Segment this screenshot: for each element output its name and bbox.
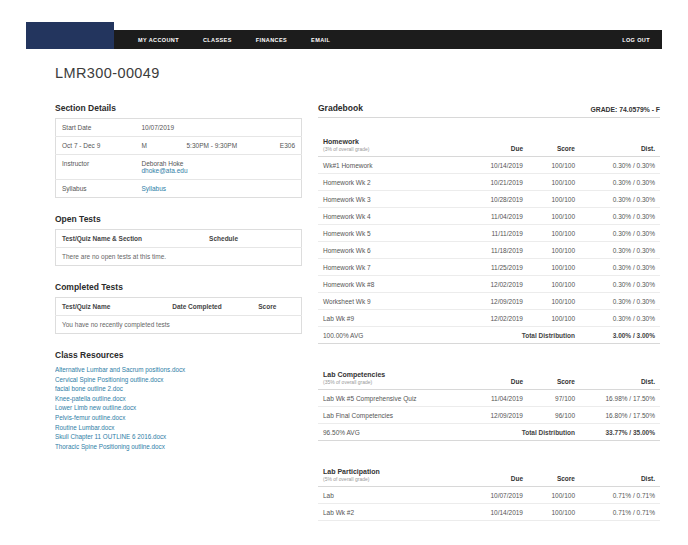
category-cell: Lab Competencies (35% of overall grade) [318, 366, 466, 390]
resource-link[interactable]: Thoracic Spine Positioning outline.docx [55, 442, 302, 452]
column-due: Due [466, 366, 528, 390]
table-row: Oct 7 - Dec 9 M 5:30PM - 9:30PM E306 [56, 137, 302, 155]
gradebook-row: Homework Wk 5 11/11/2019 100/100 0.30% /… [318, 225, 660, 242]
table-header-row: Homework (3% of overall grade) Due Score… [318, 133, 660, 157]
assignment-name: Homework Wk 5 [318, 225, 466, 242]
category-subtitle: (35% of overall grade) [323, 379, 461, 385]
assignment-score: 100/100 [528, 191, 580, 208]
resource-link[interactable]: Cervical Spine Positioning outline.docx [55, 375, 302, 385]
left-column: Section Details Start Date 10/07/2019 Oc… [55, 103, 302, 521]
nav-item[interactable]: FINANCES [256, 37, 287, 43]
syllabus-label: Syllabus [56, 180, 136, 198]
assignment-dist: 0.30% / 0.30% [580, 310, 660, 327]
instructor-email-link[interactable]: dhoke@ata.edu [142, 167, 188, 174]
logout-link[interactable]: LOG OUT [622, 37, 650, 43]
assignment-dist: 0.30% / 0.30% [580, 174, 660, 191]
open-tests-empty-message: There are no open tests at this time. [56, 248, 302, 266]
resource-link[interactable]: Lower Limb new outline.docx [55, 403, 302, 413]
section-details-heading: Section Details [55, 103, 302, 113]
assignment-due: 10/14/2019 [466, 504, 528, 521]
column-score: Score [528, 133, 580, 157]
resource-link[interactable]: facial bone outline 2.doc [55, 384, 302, 394]
completed-tests: Completed Tests Test/Quiz Name Date Comp… [55, 282, 302, 334]
assignment-dist: 0.30% / 0.30% [580, 191, 660, 208]
assignment-name: Homework Wk 2 [318, 174, 466, 191]
completed-tests-empty-message: You have no recently completed tests [56, 316, 302, 334]
gradebook-row: Homework Wk 4 11/04/2019 100/100 0.30% /… [318, 208, 660, 225]
assignment-due: 12/09/2019 [466, 293, 528, 310]
gradebook-row: Worksheet Wk 9 12/09/2019 100/100 0.30% … [318, 293, 660, 310]
gradebook-table-lab-participation: Lab Participation (5% of overall grade) … [318, 463, 660, 521]
resource-link[interactable]: Alternative Lumbar and Sacrum positions.… [55, 365, 302, 375]
school-logo[interactable] [26, 22, 114, 49]
gradebook-row: Lab 10/07/2019 100/100 0.71% / 0.71% [318, 487, 660, 504]
gradebook-row: Lab Wk #9 12/02/2019 100/100 0.30% / 0.3… [318, 310, 660, 327]
category-subtitle: (3% of overall grade) [323, 146, 461, 152]
page-title: LMR300-00049 [55, 65, 660, 81]
assignment-dist: 0.30% / 0.30% [580, 157, 660, 174]
table-row: You have no recently completed tests [56, 316, 302, 334]
completed-tests-heading: Completed Tests [55, 282, 302, 292]
assignment-due: 10/21/2019 [466, 174, 528, 191]
open-tests: Open Tests Test/Quiz Name & Section Sche… [55, 214, 302, 266]
gradebook-row: Lab Wk #2 10/14/2019 100/100 0.71% / 0.7… [318, 504, 660, 521]
schedule-day: M [136, 137, 181, 155]
assignment-due: 12/09/2019 [466, 407, 528, 424]
column-dist: Dist. [580, 463, 660, 487]
assignment-score: 100/100 [528, 504, 580, 521]
assignment-due: 10/07/2019 [466, 487, 528, 504]
table-row: Syllabus Syllabus [56, 180, 302, 198]
main-content: LMR300-00049 Section Details Start Date … [0, 49, 688, 521]
assignment-score: 100/100 [528, 225, 580, 242]
total-distribution-value: 3.00% / 3.00% [580, 327, 660, 344]
assignment-dist: 0.71% / 0.71% [580, 504, 660, 521]
assignment-due: 10/14/2019 [466, 157, 528, 174]
gradebook-header: Gradebook GRADE: 74.0579% - F [318, 103, 660, 118]
assignment-name: Worksheet Wk 9 [318, 293, 466, 310]
section-details-table: Start Date 10/07/2019 Oct 7 - Dec 9 M 5:… [55, 118, 302, 198]
syllabus-cell: Syllabus [136, 180, 302, 198]
column-score: Score [252, 298, 301, 316]
assignment-score: 97/100 [528, 390, 580, 407]
nav-item[interactable]: EMAIL [311, 37, 330, 43]
assignment-name: Lab Final Competencies [318, 407, 466, 424]
class-resources-heading: Class Resources [55, 350, 302, 360]
instructor-name: Deborah Hoke [142, 160, 296, 167]
nav-item[interactable]: CLASSES [203, 37, 232, 43]
syllabus-link[interactable]: Syllabus [142, 185, 167, 192]
category-subtitle: (5% of overall grade) [323, 476, 461, 482]
gradebook-row: Homework Wk 2 10/21/2019 100/100 0.30% /… [318, 174, 660, 191]
assignment-name: Homework Wk 6 [318, 242, 466, 259]
instructor-label: Instructor [56, 155, 136, 180]
schedule-room: E306 [263, 137, 302, 155]
gradebook-heading: Gradebook [318, 103, 363, 113]
assignment-name: Homework Wk 7 [318, 259, 466, 276]
category-total-row: 96.50% AVG Total Distribution 33.77% / 3… [318, 424, 660, 441]
assignment-dist: 0.30% / 0.30% [580, 225, 660, 242]
gradebook-table-lab-competencies: Lab Competencies (35% of overall grade) … [318, 366, 660, 441]
assignment-dist: 16.80% / 17.50% [580, 407, 660, 424]
assignment-dist: 0.30% / 0.30% [580, 276, 660, 293]
resource-link[interactable]: Pelvis-femur outline.docx [55, 413, 302, 423]
resource-link[interactable]: Knee-patella outline.docx [55, 394, 302, 404]
assignment-name: Lab [318, 487, 466, 504]
resource-link[interactable]: Routine Lumbar.docx [55, 423, 302, 433]
assignment-score: 100/100 [528, 174, 580, 191]
assignment-dist: 16.98% / 17.50% [580, 390, 660, 407]
assignment-name: Homework Wk 3 [318, 191, 466, 208]
assignment-due: 11/04/2019 [466, 208, 528, 225]
nav-item[interactable]: MY ACCOUNT [138, 37, 179, 43]
resource-link[interactable]: Skull Chapter 11 OUTLINE 6 2016.docx [55, 432, 302, 442]
assignment-due: 10/28/2019 [466, 191, 528, 208]
category-cell: Homework (3% of overall grade) [318, 133, 466, 157]
gradebook-row: Homework Wk 6 11/18/2019 100/100 0.30% /… [318, 242, 660, 259]
completed-tests-table: Test/Quiz Name Date Completed Score You … [55, 297, 302, 334]
assignment-name: Wk#1 Homework [318, 157, 466, 174]
table-header-row: Lab Competencies (35% of overall grade) … [318, 366, 660, 390]
assignment-due: 12/02/2019 [466, 276, 528, 293]
category-total-row: 100.00% AVG Total Distribution 3.00% / 3… [318, 327, 660, 344]
gradebook-row: Homework Wk 7 11/25/2019 100/100 0.30% /… [318, 259, 660, 276]
column-test-name: Test/Quiz Name & Section [56, 230, 204, 248]
category-title: Lab Participation [323, 468, 461, 475]
column-schedule: Schedule [203, 230, 301, 248]
